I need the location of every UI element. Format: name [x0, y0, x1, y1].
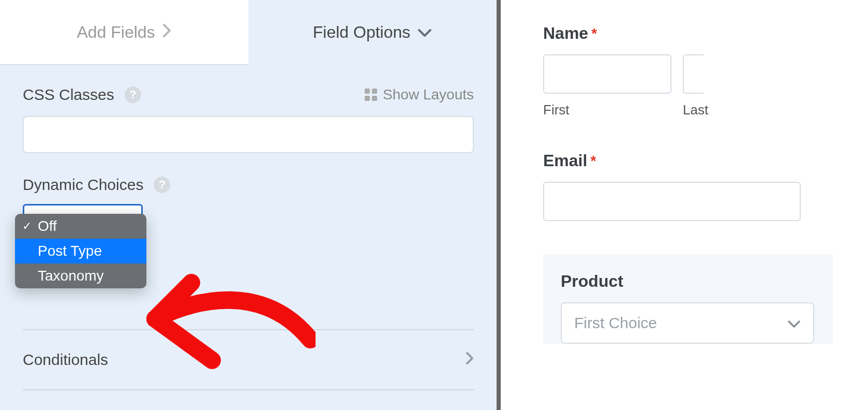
tab-add-fields[interactable]: Add Fields [0, 0, 248, 65]
required-indicator: * [591, 25, 597, 42]
css-classes-input[interactable] [23, 116, 474, 153]
product-select-value: First Choice [574, 314, 657, 332]
product-field: Product First Choice [543, 254, 833, 344]
conditionals-label: Conditionals [23, 351, 108, 369]
chevron-right-icon [162, 23, 172, 42]
first-sublabel: First [543, 102, 671, 118]
svg-rect-3 [372, 96, 377, 101]
first-name-input[interactable] [543, 54, 671, 94]
builder-tabs: Add Fields Field Options [0, 0, 497, 65]
email-field: Email * [543, 151, 868, 221]
email-input[interactable] [543, 182, 801, 221]
chevron-down-icon [787, 314, 801, 332]
svg-rect-0 [365, 89, 370, 94]
grid-icon [364, 88, 378, 101]
tab-add-fields-label: Add Fields [77, 23, 155, 42]
panel-body: CSS Classes ? Show Layouts Dynamic Choic… [0, 65, 497, 410]
dynamic-choices-section: Dynamic Choices ? Off Post Type Taxonomy [23, 176, 474, 236]
tab-field-options-label: Field Options [313, 23, 411, 42]
svg-rect-2 [365, 96, 370, 101]
dropdown-option-off[interactable]: Off [15, 214, 146, 239]
dynamic-choices-dropdown: Off Post Type Taxonomy [15, 214, 146, 288]
css-classes-label: CSS Classes [23, 86, 114, 104]
last-sublabel: Last [683, 102, 811, 118]
svg-rect-1 [372, 89, 377, 94]
css-classes-section: CSS Classes ? Show Layouts [23, 86, 474, 153]
last-name-input[interactable] [683, 54, 704, 94]
help-icon[interactable]: ? [125, 86, 141, 103]
show-layouts-button[interactable]: Show Layouts [364, 86, 474, 103]
help-icon[interactable]: ? [154, 177, 170, 193]
email-label: Email [543, 151, 587, 170]
tab-field-options[interactable]: Field Options [248, 0, 497, 65]
field-options-panel: Add Fields Field Options CSS Classes ? [0, 0, 501, 410]
conditionals-row[interactable]: Conditionals [23, 330, 474, 389]
dropdown-option-taxonomy[interactable]: Taxonomy [15, 263, 146, 288]
dynamic-choices-label: Dynamic Choices [23, 176, 143, 194]
chevron-down-icon [417, 23, 432, 42]
show-layouts-label: Show Layouts [383, 86, 474, 103]
product-label: Product [561, 272, 623, 291]
chevron-right-icon [466, 351, 474, 369]
dropdown-option-post-type[interactable]: Post Type [15, 239, 146, 263]
product-select[interactable]: First Choice [561, 302, 814, 344]
name-field: Name * First Last [543, 24, 868, 118]
form-preview-panel: Name * First Last Email * Product First … [501, 0, 868, 410]
name-label: Name [543, 24, 588, 43]
divider [23, 389, 474, 390]
dynamic-choices-select[interactable]: Off Post Type Taxonomy [23, 204, 143, 236]
required-indicator: * [590, 153, 596, 169]
